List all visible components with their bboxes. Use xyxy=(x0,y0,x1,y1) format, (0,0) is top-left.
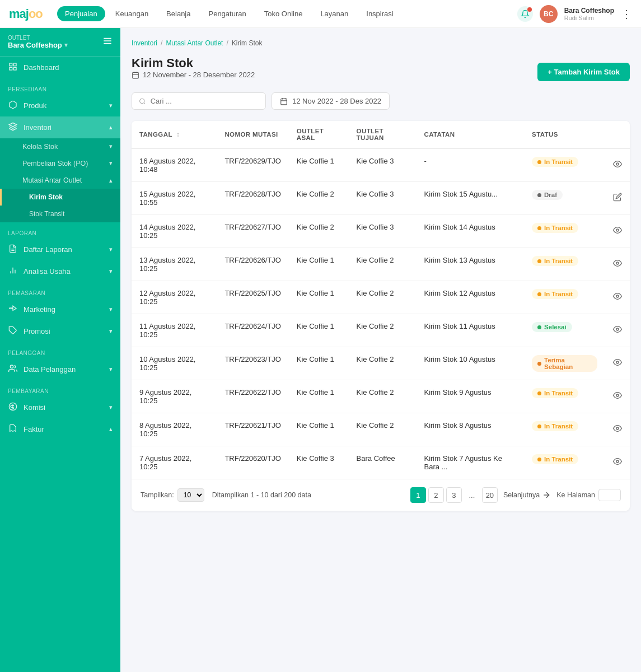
nav-belanja[interactable]: Belanja xyxy=(158,6,198,21)
cell-status: In Transit xyxy=(524,446,605,479)
cell-action[interactable] xyxy=(605,380,630,413)
nav-pengaturan[interactable]: Pengaturan xyxy=(200,6,254,21)
status-badge: In Transit xyxy=(532,256,578,266)
cell-catatan: Kirim Stok 9 Agustus xyxy=(416,380,524,413)
notification-bell[interactable] xyxy=(517,6,533,22)
main-content: Inventori / Mutasi Antar Outlet / Kirim … xyxy=(120,28,641,672)
sidebar-item-dashboard[interactable]: Dashboard xyxy=(0,57,120,78)
user-name: Bara Coffeshop xyxy=(564,7,614,15)
cell-action[interactable] xyxy=(605,314,630,347)
sidebar-item-pembelian-stok[interactable]: Pembelian Stok (PO) ▾ xyxy=(0,155,120,172)
sidebar-item-analisa-usaha[interactable]: Analisa Usaha ▾ xyxy=(0,260,120,282)
go-to-input[interactable] xyxy=(598,489,621,501)
nav-layanan[interactable]: Layanan xyxy=(312,6,356,21)
user-role: Rudi Salim xyxy=(564,15,614,21)
next-page-button[interactable]: Selanjutnya xyxy=(503,491,551,500)
page-20-button[interactable]: 20 xyxy=(482,487,498,503)
view-icon[interactable] xyxy=(613,293,622,302)
chevron-up-icon: ▴ xyxy=(109,177,113,184)
svg-point-29 xyxy=(616,295,619,297)
sidebar-item-mutasi-antar-outlet[interactable]: Mutasi Antar Outlet ▴ xyxy=(0,172,120,189)
edit-icon[interactable] xyxy=(613,194,622,203)
cell-asal: Kie Coffie 1 xyxy=(289,413,349,446)
sidebar-item-stok-transit[interactable]: Stok Transit xyxy=(0,206,120,222)
nav-penjualan[interactable]: Penjualan xyxy=(57,6,105,21)
sidebar-item-promosi[interactable]: Promosi ▾ xyxy=(0,320,120,342)
section-persediaan: PERSEDIAAN xyxy=(0,78,120,95)
cell-nomor: TRF/220625/TJO xyxy=(217,281,288,314)
mutasi-submenu: Kirim Stok Stok Transit xyxy=(0,189,120,222)
nav-inspirasi[interactable]: Inspirasi xyxy=(358,6,401,21)
chevron-down-icon: ▾ xyxy=(109,246,113,253)
cell-status: In Transit xyxy=(524,281,605,314)
svg-point-34 xyxy=(616,460,619,463)
cell-tujuan: Kie Coffie 3 xyxy=(349,215,417,248)
hamburger-icon[interactable] xyxy=(102,36,113,49)
view-icon[interactable] xyxy=(613,161,622,170)
cell-action[interactable] xyxy=(605,413,630,446)
cell-status: In Transit xyxy=(524,380,605,413)
cell-tanggal: 14 Agustus 2022, 10:25 xyxy=(132,215,217,248)
cell-action[interactable] xyxy=(605,148,630,182)
sidebar-item-komisi[interactable]: Komisi ▾ xyxy=(0,396,120,418)
col-tanggal[interactable]: TANGGAL ↕ xyxy=(132,121,217,148)
cell-catatan: Kirim Stok 11 Agustus xyxy=(416,314,524,347)
table-row: 16 Agustus 2022, 10:48 TRF/220629/TJO Ki… xyxy=(132,148,630,182)
page-2-button[interactable]: 2 xyxy=(428,487,444,503)
svg-rect-4 xyxy=(13,63,16,66)
status-badge: In Transit xyxy=(532,388,578,398)
cell-tanggal: 15 Agustus 2022, 10:55 xyxy=(132,182,217,215)
page-1-button[interactable]: 1 xyxy=(410,487,426,503)
breadcrumb-inventori[interactable]: Inventori xyxy=(132,39,157,47)
cell-nomor: TRF/220628/TJO xyxy=(217,182,288,215)
dollar-icon xyxy=(8,402,18,413)
sidebar-item-kirim-stok[interactable]: Kirim Stok xyxy=(0,189,120,206)
add-kirim-stok-button[interactable]: + Tambah Kirim Stok xyxy=(537,63,630,81)
search-input[interactable] xyxy=(151,97,259,105)
col-asal: OUTLET ASAL xyxy=(289,121,349,148)
sidebar-item-produk[interactable]: Produk ▾ xyxy=(0,95,120,116)
cell-action[interactable] xyxy=(605,248,630,281)
page-3-button[interactable]: 3 xyxy=(446,487,462,503)
breadcrumb-mutasi[interactable]: Mutasi Antar Outlet xyxy=(166,39,223,47)
chevron-down-icon: ▾ xyxy=(109,306,113,313)
status-badge: In Transit xyxy=(532,157,578,167)
nav-toko-online[interactable]: Toko Online xyxy=(256,6,311,21)
user-info: Bara Coffeshop Rudi Salim xyxy=(564,7,614,21)
cell-tanggal: 13 Agustus 2022, 10:25 xyxy=(132,248,217,281)
cell-action[interactable] xyxy=(605,446,630,479)
view-icon[interactable] xyxy=(613,359,622,368)
sidebar-item-faktur[interactable]: Faktur ▴ xyxy=(0,418,120,440)
svg-point-14 xyxy=(10,365,13,368)
cell-action[interactable] xyxy=(605,215,630,248)
outlet-name[interactable]: Bara Coffeshop ▾ xyxy=(8,41,68,49)
table-row: 11 Agustus 2022, 10:25 TRF/220624/TJO Ki… xyxy=(132,314,630,347)
cell-action[interactable] xyxy=(605,182,630,215)
sidebar-item-inventori[interactable]: Inventori ▴ xyxy=(0,116,120,138)
per-page-select[interactable]: 10 25 50 xyxy=(177,488,204,502)
date-picker-button[interactable]: 12 Nov 2022 - 28 Des 2022 xyxy=(272,92,390,110)
more-options-button[interactable]: ⋮ xyxy=(621,7,632,21)
cell-action[interactable] xyxy=(605,281,630,314)
cell-action[interactable] xyxy=(605,347,630,380)
view-icon[interactable] xyxy=(613,260,622,269)
view-icon[interactable] xyxy=(613,227,622,236)
filters: 12 Nov 2022 - 28 Des 2022 xyxy=(132,92,630,110)
page-header: Kirim Stok 12 November - 28 Desember 202… xyxy=(132,56,630,88)
view-icon[interactable] xyxy=(613,326,622,335)
svg-point-26 xyxy=(616,163,619,165)
cell-tujuan: Bara Coffee xyxy=(349,446,417,479)
sidebar-item-daftar-laporan[interactable]: Daftar Laporan ▾ xyxy=(0,239,120,260)
view-icon[interactable] xyxy=(613,458,622,468)
view-icon[interactable] xyxy=(613,392,622,402)
view-icon[interactable] xyxy=(613,425,622,435)
nav-keuangan[interactable]: Keuangan xyxy=(107,6,156,21)
col-status: STATUS xyxy=(524,121,605,148)
table-row: 7 Agustus 2022, 10:25 TRF/220620/TJO Kie… xyxy=(132,446,630,479)
svg-point-20 xyxy=(140,99,144,103)
sidebar-item-data-pelanggan[interactable]: Data Pelanggan ▾ xyxy=(0,358,120,380)
chevron-up-icon: ▴ xyxy=(109,124,113,131)
sidebar-item-marketing[interactable]: Marketing ▾ xyxy=(0,298,120,320)
cell-asal: Kie Coffie 1 xyxy=(289,148,349,182)
sidebar-item-kelola-stok[interactable]: Kelola Stok ▾ xyxy=(0,138,120,155)
